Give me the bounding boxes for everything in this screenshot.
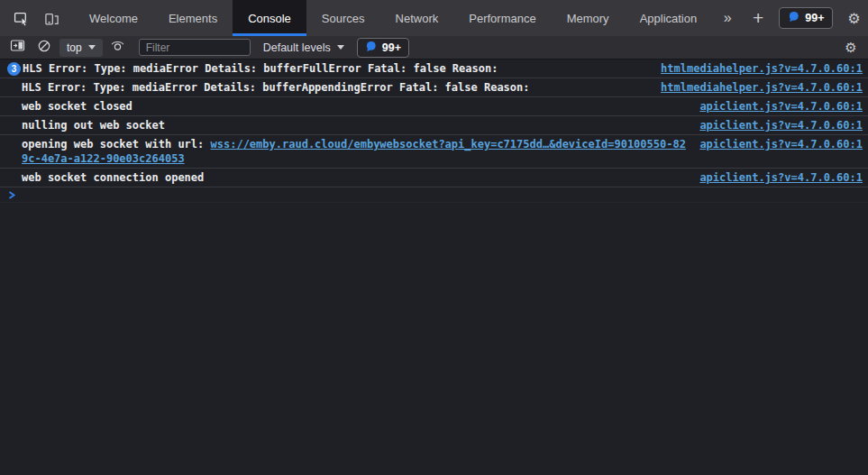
source-location-link[interactable]: htmlmediahelper.js?v=4.7.0.60:1 xyxy=(661,61,863,76)
console-prompt[interactable] xyxy=(0,187,868,203)
console-message-row: web socket closedapiclient.js?v=4.7.0.60… xyxy=(0,97,868,116)
tab-sources[interactable]: Sources xyxy=(306,0,380,36)
eye-icon xyxy=(110,39,125,56)
tab-strip: WelcomeElementsConsoleSourcesNetworkPerf… xyxy=(74,0,712,36)
console-message-row: web socket connection openedapiclient.js… xyxy=(0,169,868,187)
console-toolbar: top Default levels 99+ xyxy=(0,36,868,59)
source-location-link[interactable]: apiclient.js?v=4.7.0.60:1 xyxy=(699,170,863,185)
repeat-count-badge: 3 xyxy=(7,62,21,76)
console-filter-input[interactable] xyxy=(139,39,251,56)
message-text: opening web socket with url: wss://emby.… xyxy=(22,137,687,166)
console-settings-button[interactable]: ⚙ xyxy=(839,38,863,58)
tab-welcome[interactable]: Welcome xyxy=(74,0,153,36)
tab-console[interactable]: Console xyxy=(233,0,306,36)
source-location-link[interactable]: apiclient.js?v=4.7.0.60:1 xyxy=(699,118,863,132)
plus-icon: + xyxy=(753,7,763,29)
clear-console-button[interactable] xyxy=(32,38,56,58)
device-toolbar-toggle-button[interactable] xyxy=(36,0,67,36)
message-text: HLS Error: Type: mediaError Details: buf… xyxy=(23,61,648,76)
source-location-link[interactable]: htmlmediahelper.js?v=4.7.0.60:1 xyxy=(661,80,863,95)
clear-ban-icon xyxy=(37,39,51,57)
create-live-expression-button[interactable] xyxy=(106,38,130,58)
tab-memory[interactable]: Memory xyxy=(552,0,625,36)
console-issues-counter-button[interactable]: 99+ xyxy=(357,38,409,58)
settings-button[interactable]: ⚙ xyxy=(838,0,868,36)
message-url-link[interactable]: wss://emby.raud.cloud/embywebsocket?api_… xyxy=(22,138,686,165)
chevron-down-icon xyxy=(88,45,96,50)
console-sidebar-toggle-button[interactable] xyxy=(5,38,29,58)
sidebar-panel-icon xyxy=(10,39,25,56)
console-message-row: nulling out web socketapiclient.js?v=4.7… xyxy=(0,116,868,135)
javascript-context-selector[interactable]: top xyxy=(59,39,103,57)
toolbar-left-icons xyxy=(0,0,67,36)
gear-icon: ⚙ xyxy=(847,10,860,27)
message-text: web socket connection opened xyxy=(22,170,687,185)
inspect-cursor-icon xyxy=(14,11,29,26)
device-emulation-icon xyxy=(44,11,59,26)
more-tabs-button[interactable]: » xyxy=(712,0,743,36)
console-message-list: 3HLS Error: Type: mediaError Details: bu… xyxy=(0,59,868,187)
console-message-row: 3HLS Error: Type: mediaError Details: bu… xyxy=(0,59,868,78)
issues-counter-button[interactable]: 99+ xyxy=(779,7,833,29)
console-message-row: HLS Error: Type: mediaError Details: buf… xyxy=(0,78,868,97)
issues-count: 99+ xyxy=(382,41,401,54)
prompt-chevron-icon xyxy=(7,190,16,200)
log-levels-dropdown[interactable]: Default levels xyxy=(258,41,350,54)
tab-performance[interactable]: Performance xyxy=(453,0,551,36)
devtools-main-toolbar: WelcomeElementsConsoleSourcesNetworkPerf… xyxy=(0,0,868,36)
source-location-link[interactable]: apiclient.js?v=4.7.0.60:1 xyxy=(699,137,863,151)
issues-bubble-icon xyxy=(365,41,377,55)
message-text: nulling out web socket xyxy=(22,118,687,132)
inspect-element-button[interactable] xyxy=(5,0,36,36)
toolbar-right-cluster: 99+ ⚙ ⋯ × xyxy=(773,0,868,36)
message-text: web socket closed xyxy=(22,99,687,114)
more-tools-button[interactable]: + xyxy=(743,0,773,36)
console-panel: 3HLS Error: Type: mediaError Details: bu… xyxy=(0,59,868,475)
chevron-double-right-icon: » xyxy=(724,10,732,26)
issues-bubble-icon xyxy=(788,11,799,25)
tab-application[interactable]: Application xyxy=(625,0,713,36)
message-gutter: 3 xyxy=(7,61,21,76)
console-message-row: opening web socket with url: wss://emby.… xyxy=(0,135,868,169)
log-levels-label: Default levels xyxy=(263,41,331,54)
gear-icon: ⚙ xyxy=(845,40,856,56)
devtools-window: WelcomeElementsConsoleSourcesNetworkPerf… xyxy=(0,0,868,475)
source-location-link[interactable]: apiclient.js?v=4.7.0.60:1 xyxy=(699,99,863,114)
tab-elements[interactable]: Elements xyxy=(153,0,233,36)
chevron-down-icon xyxy=(337,45,344,50)
context-label: top xyxy=(67,41,82,54)
issues-count: 99+ xyxy=(805,12,824,24)
message-text: HLS Error: Type: mediaError Details: buf… xyxy=(22,80,648,95)
tab-network[interactable]: Network xyxy=(380,0,454,36)
